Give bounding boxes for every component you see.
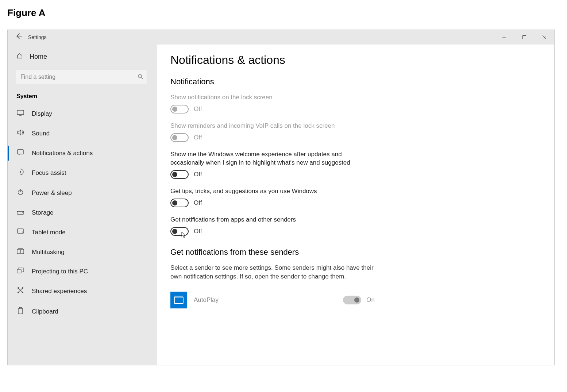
toggle-switch[interactable] — [170, 105, 189, 114]
search-input[interactable] — [20, 73, 134, 81]
home-label: Home — [30, 53, 47, 61]
svg-rect-14 — [18, 229, 23, 233]
projecting-icon — [16, 268, 24, 275]
sidebar-item-projecting[interactable]: Projecting to this PC — [8, 262, 157, 281]
svg-line-5 — [141, 77, 143, 79]
cursor-icon — [181, 231, 186, 239]
section-title-senders: Get notifications from these senders — [170, 247, 540, 257]
minimize-icon — [502, 35, 506, 39]
sidebar-item-label: Focus assist — [32, 169, 66, 177]
autoplay-icon — [170, 292, 187, 308]
arrow-left-icon — [15, 32, 22, 40]
sidebar-item-sound[interactable]: Sound — [8, 123, 157, 143]
svg-rect-28 — [174, 297, 183, 304]
maximize-button[interactable] — [514, 30, 534, 45]
sidebar-item-clipboard[interactable]: Clipboard — [8, 301, 157, 322]
multitasking-icon — [16, 248, 24, 256]
svg-rect-6 — [17, 110, 24, 115]
sidebar-item-tablet-mode[interactable]: Tablet mode — [8, 222, 157, 242]
sender-row-autoplay[interactable]: AutoPlay On — [170, 292, 375, 308]
toggle-switch[interactable] — [170, 170, 189, 179]
toggle-state: Off — [194, 228, 202, 235]
sidebar-item-label: Multitasking — [32, 249, 65, 256]
sidebar-item-label: Shared experiences — [32, 288, 87, 295]
sidebar-item-label: Notifications & actions — [32, 150, 93, 157]
svg-rect-15 — [17, 249, 20, 254]
svg-point-24 — [18, 292, 19, 293]
sender-toggle-state: On — [366, 296, 375, 304]
back-button[interactable] — [14, 32, 23, 42]
sidebar-item-shared-experiences[interactable]: Shared experiences — [8, 281, 157, 301]
svg-point-4 — [138, 74, 142, 78]
svg-rect-29 — [174, 296, 183, 297]
home-nav[interactable]: Home — [8, 48, 157, 65]
sidebar-item-notifications[interactable]: Notifications & actions — [8, 143, 157, 163]
clipboard-icon — [16, 307, 24, 316]
shared-experiences-icon — [16, 287, 24, 295]
svg-rect-16 — [21, 249, 24, 254]
toggle-switch[interactable] — [170, 199, 189, 207]
sidebar-item-label: Tablet mode — [32, 229, 66, 236]
focus-assist-icon — [16, 169, 24, 177]
main-content: Notifications & actions Notifications Sh… — [157, 45, 554, 365]
toggle-state: Off — [194, 171, 202, 178]
section-title-notifications: Notifications — [170, 77, 540, 87]
figure-label: Figure A — [7, 7, 560, 19]
toggle-label: Show reminders and incoming VoIP calls o… — [170, 122, 375, 130]
sidebar-item-power-sleep[interactable]: Power & sleep — [8, 183, 157, 203]
toggle-state: Off — [194, 134, 202, 141]
sidebar-section-header: System — [8, 89, 157, 104]
close-icon — [542, 35, 547, 39]
close-button[interactable] — [534, 30, 554, 45]
svg-point-13 — [22, 212, 23, 213]
svg-point-23 — [22, 287, 23, 289]
display-icon — [16, 110, 24, 118]
notifications-icon — [16, 149, 24, 157]
home-icon — [16, 53, 23, 61]
toggle-voip-lock-screen: Show reminders and incoming VoIP calls o… — [170, 122, 540, 142]
sidebar-item-label: Storage — [32, 209, 54, 216]
titlebar-left: Settings — [8, 32, 47, 42]
titlebar: Settings — [8, 30, 554, 45]
sidebar-item-multitasking[interactable]: Multitasking — [8, 242, 157, 262]
svg-rect-8 — [18, 150, 23, 154]
search-box[interactable] — [16, 70, 147, 84]
toggle-apps-senders: Get notifications from apps and other se… — [170, 215, 540, 236]
sidebar-item-storage[interactable]: Storage — [8, 203, 157, 222]
app-title: Settings — [28, 34, 47, 40]
toggle-switch[interactable] — [170, 133, 189, 142]
sound-icon — [16, 129, 24, 138]
sidebar-item-label: Projecting to this PC — [32, 268, 88, 275]
svg-point-9 — [20, 171, 21, 173]
sidebar-item-label: Sound — [32, 130, 50, 137]
toggle-state: Off — [194, 199, 202, 207]
toggle-lock-screen-notifications: Show notifications on the lock screen Of… — [170, 93, 540, 114]
page-title: Notifications & actions — [170, 53, 540, 67]
toggle-label: Get notifications from apps and other se… — [170, 215, 375, 224]
svg-point-22 — [18, 287, 19, 289]
sidebar-item-label: Display — [32, 110, 52, 118]
sidebar-item-focus-assist[interactable]: Focus assist — [8, 163, 157, 183]
toggle-label: Show notifications on the lock screen — [170, 93, 375, 102]
window-controls — [494, 30, 554, 45]
toggle-welcome-experience: Show me the Windows welcome experience a… — [170, 150, 540, 179]
toggle-label: Get tips, tricks, and suggestions as you… — [170, 187, 375, 196]
sidebar-item-display[interactable]: Display — [8, 104, 157, 123]
svg-rect-27 — [19, 307, 22, 309]
settings-window: Settings Home — [7, 30, 555, 365]
minimize-button[interactable] — [494, 30, 514, 45]
search-icon — [138, 74, 143, 80]
sender-name: AutoPlay — [194, 296, 336, 304]
toggle-state: Off — [194, 105, 202, 113]
storage-icon — [16, 209, 24, 216]
sender-toggle-switch[interactable] — [343, 296, 361, 304]
svg-rect-1 — [522, 36, 526, 39]
power-icon — [16, 189, 24, 197]
maximize-icon — [522, 35, 526, 39]
senders-description: Select a sender to see more settings. So… — [170, 264, 382, 281]
sidebar-item-label: Clipboard — [32, 308, 58, 315]
svg-point-25 — [22, 292, 23, 293]
sidebar: Home System Display Sound Notifications … — [8, 45, 157, 365]
sidebar-item-label: Power & sleep — [32, 189, 72, 197]
toggle-label: Show me the Windows welcome experience a… — [170, 150, 375, 168]
